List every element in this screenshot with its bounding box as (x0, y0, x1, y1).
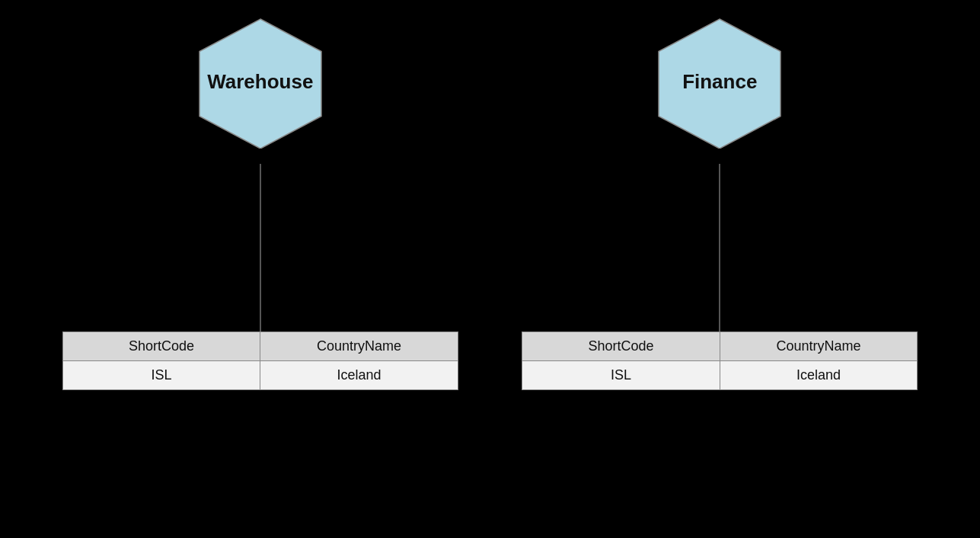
warehouse-table-container: ShortCode CountryName ISL Iceland (62, 331, 458, 390)
finance-connector (719, 164, 720, 331)
warehouse-hexagon-label: Warehouse (207, 70, 313, 94)
finance-section: Finance ShortCode CountryName ISL Icelan… (499, 0, 940, 390)
warehouse-hexagon: Warehouse (192, 15, 329, 149)
finance-hexagon-label: Finance (682, 70, 757, 94)
warehouse-table-header-row: ShortCode CountryName (62, 332, 458, 361)
warehouse-cell-shortcode: ISL (62, 361, 260, 390)
warehouse-section: Warehouse ShortCode CountryName ISL Icel… (40, 0, 481, 390)
warehouse-table-row: ISL Iceland (62, 361, 458, 390)
warehouse-header-countryname: CountryName (260, 332, 458, 361)
warehouse-connector (260, 164, 261, 331)
finance-table: ShortCode CountryName ISL Iceland (522, 331, 918, 390)
warehouse-header-shortcode: ShortCode (62, 332, 260, 361)
finance-table-row: ISL Iceland (522, 361, 918, 390)
warehouse-cell-countryname: Iceland (260, 361, 458, 390)
finance-table-container: ShortCode CountryName ISL Iceland (522, 331, 918, 390)
main-canvas: Warehouse ShortCode CountryName ISL Icel… (0, 0, 980, 538)
warehouse-table: ShortCode CountryName ISL Iceland (62, 331, 458, 390)
finance-header-shortcode: ShortCode (522, 332, 720, 361)
finance-cell-shortcode: ISL (522, 361, 720, 390)
warehouse-hexagon-wrapper: Warehouse (192, 15, 329, 149)
finance-header-countryname: CountryName (720, 332, 918, 361)
finance-hexagon-wrapper: Finance (651, 15, 788, 149)
finance-hexagon: Finance (651, 15, 788, 149)
finance-cell-countryname: Iceland (720, 361, 918, 390)
finance-table-header-row: ShortCode CountryName (522, 332, 918, 361)
